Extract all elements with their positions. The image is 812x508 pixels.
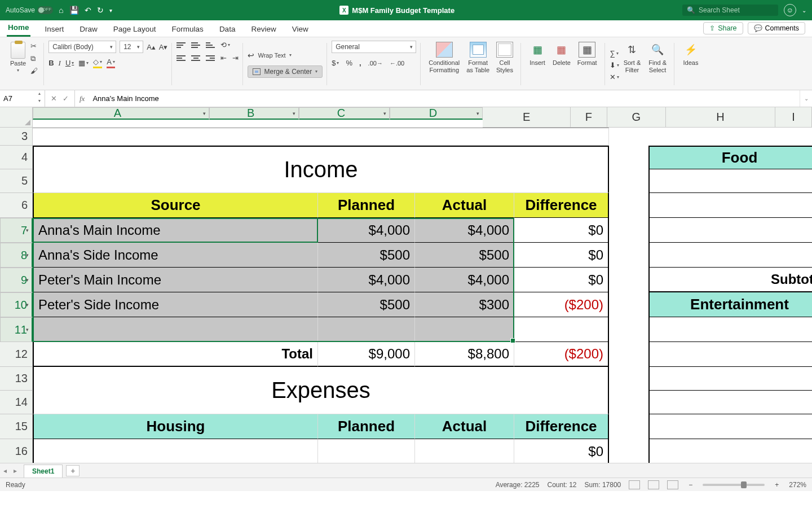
- row-header-14[interactable]: 14: [0, 391, 33, 414]
- income-diff-3[interactable]: ($200): [514, 292, 609, 317]
- decrease-decimal-icon[interactable]: ←.00: [390, 60, 404, 67]
- name-box[interactable]: A7 ▲▼: [0, 90, 45, 107]
- income-source-2[interactable]: Peter's Main Income: [33, 268, 318, 292]
- search-sheet-input[interactable]: 🔍 Search Sheet: [682, 5, 778, 16]
- income-title[interactable]: Income: [33, 146, 609, 193]
- income-actual-3[interactable]: $300: [415, 292, 514, 317]
- italic-button[interactable]: I: [59, 59, 61, 68]
- autosave-toggle[interactable]: AutoSave OFF: [6, 6, 53, 14]
- clear-icon[interactable]: ✕▾: [610, 73, 619, 81]
- income-total-planned[interactable]: $9,000: [318, 342, 415, 367]
- fill-icon[interactable]: ⬇▾: [610, 61, 619, 69]
- delete-cells-button[interactable]: ▦Delete: [549, 41, 574, 87]
- column-header-I[interactable]: I: [775, 107, 812, 128]
- zoom-level[interactable]: 272%: [789, 481, 806, 489]
- tab-insert[interactable]: Insert: [44, 21, 65, 37]
- fx-icon[interactable]: fx: [75, 90, 89, 107]
- copy-icon[interactable]: ⧉: [30, 54, 39, 63]
- row-header-5[interactable]: 5: [0, 169, 33, 193]
- column-header-A[interactable]: A: [33, 107, 209, 120]
- font-name-select[interactable]: Calibri (Body): [48, 41, 116, 53]
- income-header-actual[interactable]: Actual: [415, 193, 514, 218]
- row-header-9[interactable]: 9: [0, 268, 33, 292]
- ent-row-13[interactable]: [648, 367, 812, 391]
- row-header-8[interactable]: 8: [0, 243, 33, 268]
- ent-row-11[interactable]: [648, 317, 812, 342]
- enter-formula-icon[interactable]: ✓: [63, 94, 69, 103]
- align-center-icon[interactable]: [191, 54, 200, 62]
- income-actual-2[interactable]: $4,000: [415, 268, 514, 292]
- tab-formulas[interactable]: Formulas: [171, 21, 205, 37]
- column-header-E[interactable]: E: [483, 107, 571, 128]
- tab-page-layout[interactable]: Page Layout: [112, 21, 157, 37]
- ent-row-15[interactable]: [648, 414, 812, 439]
- tab-review[interactable]: Review: [250, 21, 277, 37]
- spreadsheet-grid[interactable]: ABCDEFGHI 345678910111213141516 IncomeSo…: [0, 107, 812, 463]
- sheet-nav-first-icon[interactable]: ◂: [0, 467, 10, 475]
- percent-icon[interactable]: %: [346, 59, 352, 67]
- bold-button[interactable]: B: [48, 59, 54, 67]
- column-header-C[interactable]: C: [299, 107, 390, 120]
- row-header-4[interactable]: 4: [0, 146, 33, 169]
- ideas-button[interactable]: ⚡Ideas: [679, 41, 703, 87]
- income-header-planned[interactable]: Planned: [318, 193, 415, 218]
- food-row-7[interactable]: [648, 218, 812, 243]
- tab-draw[interactable]: Draw: [78, 21, 99, 37]
- zoom-in-icon[interactable]: +: [773, 481, 781, 489]
- find-select-button[interactable]: 🔍Find & Select: [645, 41, 670, 87]
- align-middle-icon[interactable]: [191, 41, 200, 49]
- row-header-15[interactable]: 15: [0, 414, 33, 439]
- exp-header-diff[interactable]: Difference: [514, 414, 609, 439]
- add-sheet-button[interactable]: +: [66, 465, 80, 476]
- save-icon[interactable]: 💾: [69, 6, 79, 15]
- exp-header-actual[interactable]: Actual: [415, 414, 514, 439]
- income-total-label[interactable]: Total: [33, 342, 318, 367]
- account-icon[interactable]: ☺: [784, 4, 796, 16]
- fill-color-button[interactable]: ◇▾: [93, 58, 102, 68]
- cut-icon[interactable]: ✂: [30, 42, 39, 51]
- income-diff-2[interactable]: $0: [514, 268, 609, 292]
- row-header-10[interactable]: 10: [0, 292, 33, 317]
- formula-input[interactable]: Anna's Main Income: [89, 90, 800, 107]
- row-header-6[interactable]: 6: [0, 193, 33, 218]
- income-diff-blank[interactable]: [514, 317, 609, 342]
- increase-font-icon[interactable]: A▴: [147, 43, 156, 51]
- ent-row-12[interactable]: [648, 342, 812, 367]
- income-diff-0[interactable]: $0: [514, 218, 609, 243]
- row-header-13[interactable]: 13: [0, 367, 33, 391]
- format-as-table-button[interactable]: Format as Table: [463, 41, 493, 87]
- income-diff-1[interactable]: $0: [514, 243, 609, 268]
- sort-filter-button[interactable]: ⇅Sort & Filter: [620, 41, 645, 87]
- income-planned-0[interactable]: $4,000: [318, 218, 415, 243]
- zoom-out-icon[interactable]: −: [686, 481, 695, 489]
- row-header-3[interactable]: 3: [0, 128, 33, 146]
- income-source-1[interactable]: Anna's Side Income: [33, 243, 318, 268]
- food-row-8[interactable]: [648, 243, 812, 268]
- wrap-text-button[interactable]: ↩ Wrap Text▾: [248, 51, 323, 60]
- tab-data[interactable]: Data: [218, 21, 237, 37]
- income-source-blank[interactable]: [33, 317, 318, 342]
- orientation-icon[interactable]: ⟲▾: [220, 41, 230, 49]
- page-layout-view-icon[interactable]: [648, 480, 659, 489]
- income-actual-0[interactable]: $4,000: [415, 218, 514, 243]
- exp-row0-planned[interactable]: [318, 439, 415, 463]
- income-actual-blank[interactable]: [415, 317, 514, 342]
- account-dropdown-icon[interactable]: ⌄: [802, 7, 806, 14]
- share-button[interactable]: ⇪Share: [703, 22, 743, 34]
- income-planned-blank[interactable]: [318, 317, 415, 342]
- underline-button[interactable]: U▾: [65, 59, 74, 67]
- income-total-diff[interactable]: ($200): [514, 342, 609, 367]
- format-painter-icon[interactable]: 🖌: [30, 67, 39, 76]
- income-planned-3[interactable]: $500: [318, 292, 415, 317]
- food-header[interactable]: Food: [648, 146, 812, 169]
- exp-row0-diff[interactable]: $0: [514, 439, 609, 463]
- comma-icon[interactable]: ,: [359, 59, 361, 67]
- column-header-D[interactable]: D: [390, 107, 483, 120]
- comments-button[interactable]: 💬Comments: [748, 22, 805, 34]
- namebox-down-icon[interactable]: ▼: [36, 99, 43, 106]
- select-all-triangle[interactable]: [0, 107, 33, 128]
- expand-formula-bar-icon[interactable]: ⌄: [800, 90, 812, 107]
- increase-decimal-icon[interactable]: .00→: [368, 60, 383, 67]
- income-planned-1[interactable]: $500: [318, 243, 415, 268]
- row-header-12[interactable]: 12: [0, 342, 33, 367]
